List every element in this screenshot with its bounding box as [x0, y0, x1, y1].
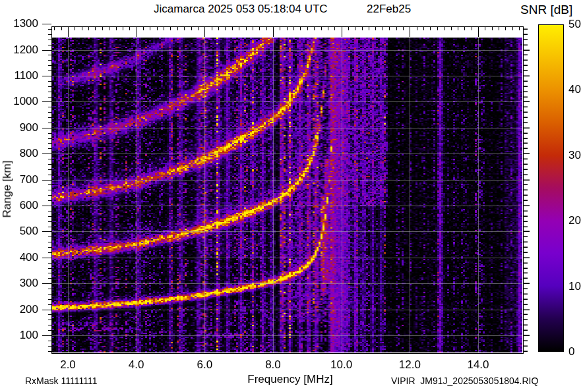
y-tick-label: 1300: [7, 17, 38, 30]
x-tick-label: 14.0: [460, 358, 497, 372]
y-tick-label: 300: [7, 277, 38, 290]
y-tick-label: 400: [7, 251, 38, 264]
file-id-text: VIPIR JM91J_2025053051804.RIQ: [391, 376, 538, 386]
x-axis-label: Frequency [MHz]: [247, 373, 332, 386]
axes-grid-overlay: [0, 0, 583, 392]
y-tick-label: 900: [7, 121, 38, 134]
y-tick-label: 700: [7, 173, 38, 186]
colorbar-tick-label: 40: [568, 83, 583, 96]
y-tick-label: 800: [7, 147, 38, 160]
colorbar-tick-label: 10: [568, 280, 583, 293]
x-tick-label: 10.0: [323, 358, 360, 372]
colorbar-tick-label: 0: [568, 345, 583, 358]
x-tick-label: 6.0: [186, 358, 223, 372]
x-tick-label: 2.0: [49, 358, 86, 372]
x-tick-label: 8.0: [255, 358, 292, 372]
y-tick-label: 1200: [7, 43, 38, 57]
ionogram-page: Jicamarca 2025 053 05:18:04 UTC 22Feb25 …: [0, 0, 583, 392]
y-tick-label: 1100: [7, 69, 38, 82]
colorbar-tick-label: 50: [568, 18, 583, 31]
colorbar-tick-label: 30: [568, 149, 583, 162]
y-tick-label: 1000: [7, 95, 38, 108]
rx-mask-text: RxMask 11111111: [25, 376, 97, 386]
x-tick-label: 12.0: [391, 358, 428, 372]
y-tick-label: 600: [7, 199, 38, 212]
y-tick-label: 100: [7, 329, 38, 342]
colorbar-tick-label: 20: [568, 214, 583, 227]
snr-colorbar: [538, 24, 564, 352]
x-tick-label: 4.0: [118, 358, 155, 372]
y-tick-label: 500: [7, 225, 38, 238]
y-tick-label: 200: [7, 303, 38, 316]
